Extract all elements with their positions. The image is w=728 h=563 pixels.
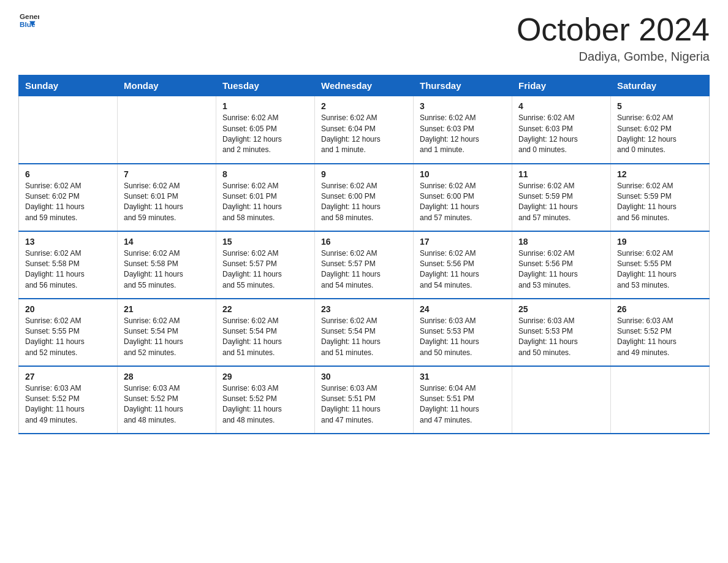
day-number: 7	[124, 169, 210, 179]
day-number: 19	[617, 237, 703, 247]
calendar-week-row: 6Sunrise: 6:02 AM Sunset: 6:02 PM Daylig…	[19, 164, 710, 231]
day-number: 20	[25, 304, 111, 314]
weekday-header-sunday: Sunday	[19, 75, 118, 96]
day-number: 10	[420, 169, 506, 179]
calendar-cell: 22Sunrise: 6:02 AM Sunset: 5:54 PM Dayli…	[216, 299, 315, 366]
calendar-cell: 31Sunrise: 6:04 AM Sunset: 5:51 PM Dayli…	[414, 366, 512, 434]
day-info: Sunrise: 6:02 AM Sunset: 6:05 PM Dayligh…	[222, 113, 308, 156]
day-info: Sunrise: 6:03 AM Sunset: 5:52 PM Dayligh…	[617, 316, 703, 359]
title-block: October 2024 Dadiya, Gombe, Nigeria	[517, 12, 710, 64]
calendar-cell: 20Sunrise: 6:02 AM Sunset: 5:55 PM Dayli…	[19, 299, 118, 366]
day-info: Sunrise: 6:02 AM Sunset: 6:01 PM Dayligh…	[222, 181, 308, 224]
calendar-cell	[512, 366, 611, 434]
day-number: 6	[25, 169, 111, 179]
logo-icon: General Blue	[20, 10, 39, 29]
day-info: Sunrise: 6:02 AM Sunset: 6:03 PM Dayligh…	[518, 113, 604, 156]
day-number: 29	[222, 372, 308, 381]
day-number: 8	[222, 169, 308, 179]
calendar-table: SundayMondayTuesdayWednesdayThursdayFrid…	[18, 75, 710, 434]
day-number: 9	[321, 169, 407, 179]
day-number: 24	[420, 304, 506, 314]
day-number: 30	[321, 372, 407, 381]
day-number: 4	[518, 101, 604, 111]
calendar-cell: 29Sunrise: 6:03 AM Sunset: 5:52 PM Dayli…	[216, 366, 315, 434]
calendar-cell: 28Sunrise: 6:03 AM Sunset: 5:52 PM Dayli…	[118, 366, 216, 434]
day-number: 21	[124, 304, 210, 314]
day-info: Sunrise: 6:02 AM Sunset: 5:57 PM Dayligh…	[222, 248, 308, 291]
day-info: Sunrise: 6:02 AM Sunset: 5:55 PM Dayligh…	[617, 248, 703, 291]
calendar-cell: 7Sunrise: 6:02 AM Sunset: 6:01 PM Daylig…	[118, 164, 216, 231]
day-number: 26	[617, 304, 703, 314]
weekday-header-wednesday: Wednesday	[315, 75, 414, 96]
calendar-cell	[19, 96, 118, 164]
calendar-week-row: 13Sunrise: 6:02 AM Sunset: 5:58 PM Dayli…	[19, 231, 710, 299]
day-number: 11	[518, 169, 604, 179]
calendar-cell: 18Sunrise: 6:02 AM Sunset: 5:56 PM Dayli…	[512, 231, 611, 299]
month-title: October 2024	[517, 12, 710, 47]
day-number: 5	[617, 101, 703, 111]
calendar-cell: 17Sunrise: 6:02 AM Sunset: 5:56 PM Dayli…	[414, 231, 512, 299]
day-info: Sunrise: 6:02 AM Sunset: 5:54 PM Dayligh…	[321, 316, 407, 359]
calendar-cell: 3Sunrise: 6:02 AM Sunset: 6:03 PM Daylig…	[414, 96, 512, 164]
calendar-cell: 19Sunrise: 6:02 AM Sunset: 5:55 PM Dayli…	[611, 231, 710, 299]
calendar-cell	[611, 366, 710, 434]
day-info: Sunrise: 6:02 AM Sunset: 5:58 PM Dayligh…	[124, 248, 210, 291]
day-number: 1	[222, 101, 308, 111]
weekday-header-friday: Friday	[512, 75, 611, 96]
day-number: 17	[420, 237, 506, 247]
day-number: 3	[420, 101, 506, 111]
day-number: 2	[321, 101, 407, 111]
day-info: Sunrise: 6:02 AM Sunset: 5:56 PM Dayligh…	[518, 248, 604, 291]
calendar-cell: 15Sunrise: 6:02 AM Sunset: 5:57 PM Dayli…	[216, 231, 315, 299]
day-info: Sunrise: 6:02 AM Sunset: 5:57 PM Dayligh…	[321, 248, 407, 291]
calendar-cell: 16Sunrise: 6:02 AM Sunset: 5:57 PM Dayli…	[315, 231, 414, 299]
calendar-cell: 5Sunrise: 6:02 AM Sunset: 6:02 PM Daylig…	[611, 96, 710, 164]
svg-text:Blue: Blue	[20, 20, 36, 28]
day-info: Sunrise: 6:03 AM Sunset: 5:52 PM Dayligh…	[25, 383, 111, 426]
calendar-cell: 10Sunrise: 6:02 AM Sunset: 6:00 PM Dayli…	[414, 164, 512, 231]
calendar-cell: 9Sunrise: 6:02 AM Sunset: 6:00 PM Daylig…	[315, 164, 414, 231]
day-number: 22	[222, 304, 308, 314]
day-info: Sunrise: 6:02 AM Sunset: 6:00 PM Dayligh…	[321, 181, 407, 224]
day-info: Sunrise: 6:02 AM Sunset: 6:04 PM Dayligh…	[321, 113, 407, 156]
day-info: Sunrise: 6:02 AM Sunset: 5:56 PM Dayligh…	[420, 248, 506, 291]
calendar-cell: 25Sunrise: 6:03 AM Sunset: 5:53 PM Dayli…	[512, 299, 611, 366]
day-info: Sunrise: 6:03 AM Sunset: 5:53 PM Dayligh…	[420, 316, 506, 359]
day-info: Sunrise: 6:02 AM Sunset: 5:59 PM Dayligh…	[518, 181, 604, 224]
weekday-header-monday: Monday	[118, 75, 216, 96]
location: Dadiya, Gombe, Nigeria	[517, 50, 710, 64]
day-number: 28	[124, 372, 210, 381]
calendar-cell: 11Sunrise: 6:02 AM Sunset: 5:59 PM Dayli…	[512, 164, 611, 231]
calendar-cell: 6Sunrise: 6:02 AM Sunset: 6:02 PM Daylig…	[19, 164, 118, 231]
weekday-header-thursday: Thursday	[414, 75, 512, 96]
day-info: Sunrise: 6:03 AM Sunset: 5:51 PM Dayligh…	[321, 383, 407, 426]
day-number: 13	[25, 237, 111, 247]
calendar-cell: 12Sunrise: 6:02 AM Sunset: 5:59 PM Dayli…	[611, 164, 710, 231]
calendar-cell: 23Sunrise: 6:02 AM Sunset: 5:54 PM Dayli…	[315, 299, 414, 366]
day-info: Sunrise: 6:02 AM Sunset: 6:03 PM Dayligh…	[420, 113, 506, 156]
calendar-cell: 1Sunrise: 6:02 AM Sunset: 6:05 PM Daylig…	[216, 96, 315, 164]
calendar-cell	[118, 96, 216, 164]
day-number: 18	[518, 237, 604, 247]
calendar-cell: 4Sunrise: 6:02 AM Sunset: 6:03 PM Daylig…	[512, 96, 611, 164]
day-number: 16	[321, 237, 407, 247]
day-info: Sunrise: 6:02 AM Sunset: 5:54 PM Dayligh…	[222, 316, 308, 359]
day-info: Sunrise: 6:02 AM Sunset: 6:00 PM Dayligh…	[420, 181, 506, 224]
day-number: 14	[124, 237, 210, 247]
day-info: Sunrise: 6:02 AM Sunset: 5:54 PM Dayligh…	[124, 316, 210, 359]
day-info: Sunrise: 6:02 AM Sunset: 6:02 PM Dayligh…	[25, 181, 111, 224]
svg-text:General: General	[20, 12, 39, 20]
day-number: 27	[25, 372, 111, 381]
calendar-cell: 2Sunrise: 6:02 AM Sunset: 6:04 PM Daylig…	[315, 96, 414, 164]
calendar-week-row: 20Sunrise: 6:02 AM Sunset: 5:55 PM Dayli…	[19, 299, 710, 366]
weekday-header-row: SundayMondayTuesdayWednesdayThursdayFrid…	[19, 75, 710, 96]
day-info: Sunrise: 6:02 AM Sunset: 5:59 PM Dayligh…	[617, 181, 703, 224]
day-info: Sunrise: 6:03 AM Sunset: 5:53 PM Dayligh…	[518, 316, 604, 359]
day-number: 23	[321, 304, 407, 314]
day-number: 12	[617, 169, 703, 179]
day-info: Sunrise: 6:04 AM Sunset: 5:51 PM Dayligh…	[420, 383, 506, 426]
calendar-cell: 21Sunrise: 6:02 AM Sunset: 5:54 PM Dayli…	[118, 299, 216, 366]
day-info: Sunrise: 6:03 AM Sunset: 5:52 PM Dayligh…	[124, 383, 210, 426]
calendar-cell: 13Sunrise: 6:02 AM Sunset: 5:58 PM Dayli…	[19, 231, 118, 299]
page-header: General Blue October 2024 Dadiya, Gombe,…	[18, 12, 710, 64]
